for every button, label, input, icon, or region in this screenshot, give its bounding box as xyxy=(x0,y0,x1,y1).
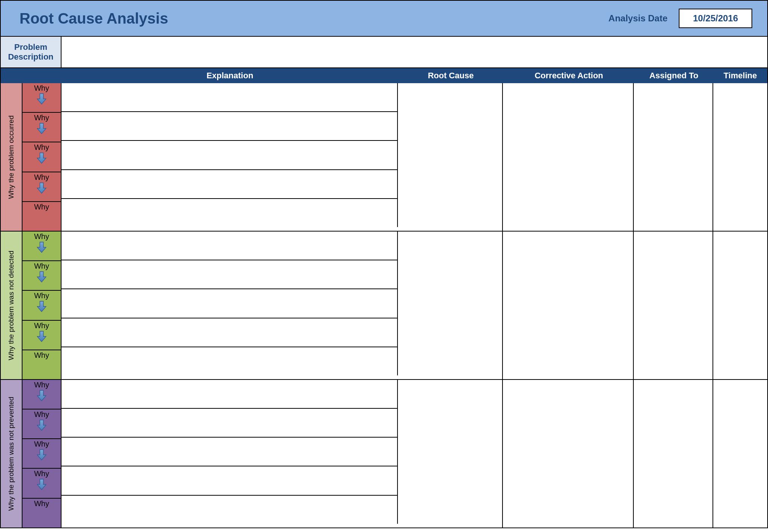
why-label: Why xyxy=(34,381,49,389)
analysis-date-label: Analysis Date xyxy=(609,13,668,24)
analysis-date-input[interactable]: 10/25/2016 xyxy=(679,9,752,28)
why-label: Why xyxy=(34,262,49,270)
problem-description-label: Problem Description xyxy=(1,37,62,67)
why-cell: Why xyxy=(22,350,62,379)
down-arrow-icon xyxy=(36,122,47,135)
why-column: WhyWhyWhyWhyWhy xyxy=(22,83,62,231)
down-arrow-icon xyxy=(36,241,47,254)
section-red: Why the problem occurredWhyWhyWhyWhyWhy xyxy=(1,83,767,231)
down-arrow-icon xyxy=(36,478,47,491)
why-label: Why xyxy=(34,291,49,300)
why-label: Why xyxy=(34,173,49,182)
assigned-to-input[interactable] xyxy=(634,83,713,231)
header-explanation: Explanation xyxy=(62,68,398,83)
explanation-input[interactable] xyxy=(62,112,398,141)
corrective-action-input[interactable] xyxy=(503,380,634,528)
down-arrow-icon xyxy=(36,419,47,432)
header-corrective-action: Corrective Action xyxy=(503,68,634,83)
down-arrow-icon xyxy=(36,152,47,164)
timeline-input[interactable] xyxy=(713,232,767,379)
explanation-input[interactable] xyxy=(62,409,398,438)
why-label: Why xyxy=(34,232,49,241)
timeline-input[interactable] xyxy=(713,380,767,528)
column-headers: Explanation Root Cause Corrective Action… xyxy=(1,68,767,83)
explanation-input[interactable] xyxy=(62,318,398,347)
why-label: Why xyxy=(34,440,49,448)
why-cell: Why xyxy=(22,142,62,172)
why-cell: Why xyxy=(22,202,62,231)
why-cell: Why xyxy=(22,261,62,291)
explanation-input[interactable] xyxy=(62,83,398,112)
explanation-input[interactable] xyxy=(62,232,398,260)
problem-description-row: Problem Description xyxy=(1,37,767,68)
analysis-date-wrap: Analysis Date 10/25/2016 xyxy=(609,9,752,28)
explanation-column xyxy=(62,83,398,231)
down-arrow-icon xyxy=(36,270,47,283)
why-cell: Why xyxy=(22,409,62,439)
timeline-input[interactable] xyxy=(713,83,767,231)
root-cause-sheet: Root Cause Analysis Analysis Date 10/25/… xyxy=(0,0,768,528)
title-bar: Root Cause Analysis Analysis Date 10/25/… xyxy=(1,1,767,37)
problem-description-input[interactable] xyxy=(62,37,767,67)
explanation-input[interactable] xyxy=(62,496,398,524)
why-column: WhyWhyWhyWhyWhy xyxy=(22,232,62,379)
why-cell: Why xyxy=(22,469,62,498)
corrective-action-input[interactable] xyxy=(503,83,634,231)
down-arrow-icon xyxy=(36,330,47,343)
explanation-input[interactable] xyxy=(62,260,398,289)
why-cell: Why xyxy=(22,83,62,113)
assigned-to-input[interactable] xyxy=(634,232,713,379)
why-label: Why xyxy=(34,351,49,360)
why-cell: Why xyxy=(22,172,62,202)
why-cell: Why xyxy=(22,232,62,261)
explanation-input[interactable] xyxy=(62,466,398,495)
why-label: Why xyxy=(34,143,49,152)
section-green: Why the problem was not detectedWhyWhyWh… xyxy=(1,231,767,379)
header-timeline: Timeline xyxy=(713,68,767,83)
why-cell: Why xyxy=(22,380,62,409)
why-label: Why xyxy=(34,321,49,330)
why-label: Why xyxy=(34,114,49,122)
section-purple: Why the problem was not preventedWhyWhyW… xyxy=(1,379,767,528)
why-label: Why xyxy=(34,410,49,419)
section-label: Why the problem occurred xyxy=(1,83,22,231)
header-root-cause: Root Cause xyxy=(398,68,503,83)
why-cell: Why xyxy=(22,439,62,469)
why-label: Why xyxy=(34,203,49,211)
explanation-input[interactable] xyxy=(62,438,398,466)
why-label: Why xyxy=(34,469,49,478)
root-cause-input[interactable] xyxy=(398,83,503,231)
explanation-input[interactable] xyxy=(62,289,398,318)
explanation-input[interactable] xyxy=(62,141,398,170)
down-arrow-icon xyxy=(36,182,47,194)
why-cell: Why xyxy=(22,499,62,528)
down-arrow-icon xyxy=(36,448,47,461)
corrective-action-input[interactable] xyxy=(503,232,634,379)
explanation-input[interactable] xyxy=(62,380,398,409)
why-cell: Why xyxy=(22,113,62,142)
assigned-to-input[interactable] xyxy=(634,380,713,528)
down-arrow-icon xyxy=(36,300,47,313)
explanation-column xyxy=(62,380,398,528)
explanation-column xyxy=(62,232,398,379)
why-column: WhyWhyWhyWhyWhy xyxy=(22,380,62,528)
why-cell: Why xyxy=(22,291,62,320)
explanation-input[interactable] xyxy=(62,347,398,375)
why-cell: Why xyxy=(22,321,62,350)
why-label: Why xyxy=(34,499,49,508)
why-label: Why xyxy=(34,84,49,93)
explanation-input[interactable] xyxy=(62,199,398,227)
header-assigned-to: Assigned To xyxy=(634,68,713,83)
down-arrow-icon xyxy=(36,93,47,105)
page-title: Root Cause Analysis xyxy=(20,10,168,27)
down-arrow-icon xyxy=(36,389,47,402)
section-label: Why the problem was not detected xyxy=(1,232,22,379)
explanation-input[interactable] xyxy=(62,170,398,199)
root-cause-input[interactable] xyxy=(398,380,503,528)
header-spacer xyxy=(1,68,62,83)
section-label: Why the problem was not prevented xyxy=(1,380,22,528)
root-cause-input[interactable] xyxy=(398,232,503,379)
